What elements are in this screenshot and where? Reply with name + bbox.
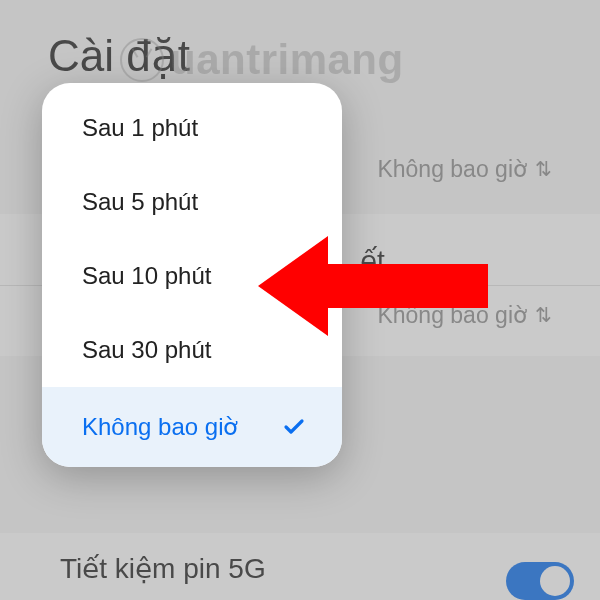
option-5min[interactable]: Sau 5 phút (42, 165, 342, 239)
duration-popup: Sau 1 phút Sau 5 phút Sau 10 phút Sau 30… (42, 83, 342, 467)
option-1min[interactable]: Sau 1 phút (42, 91, 342, 165)
check-icon (282, 415, 306, 439)
option-never[interactable]: Không bao giờ (42, 387, 342, 467)
option-10min[interactable]: Sau 10 phút (42, 239, 342, 313)
option-30min[interactable]: Sau 30 phút (42, 313, 342, 387)
